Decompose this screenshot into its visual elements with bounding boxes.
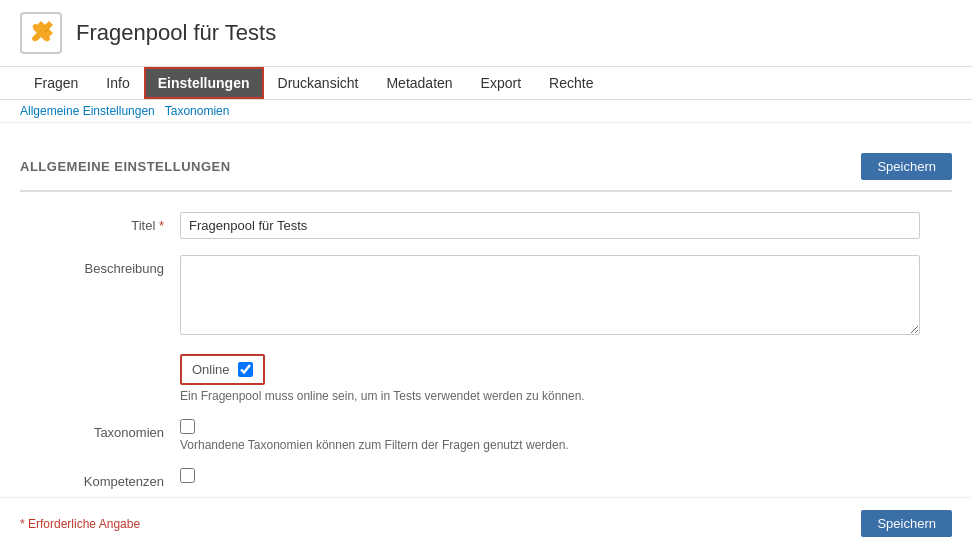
tab-rechte[interactable]: Rechte — [535, 67, 607, 99]
beschreibung-row: Beschreibung — [20, 255, 920, 338]
titel-row: Titel * — [20, 212, 920, 239]
app-logo — [20, 12, 62, 54]
kompetenzen-label: Kompetenzen — [20, 468, 180, 489]
subnav-allgemeine-einstellungen[interactable]: Allgemeine Einstellungen — [20, 104, 155, 118]
taxonomien-row: Taxonomien Vorhandene Taxonomien können … — [20, 419, 920, 452]
tab-export[interactable]: Export — [467, 67, 535, 99]
subnav-taxonomien[interactable]: Taxonomien — [165, 104, 230, 118]
save-button-top[interactable]: Speichern — [861, 153, 952, 180]
main-content: ALLGEMEINE EINSTELLUNGEN Speichern Titel… — [0, 123, 972, 525]
taxonomien-label: Taxonomien — [20, 419, 180, 440]
page-title: Fragenpool für Tests — [76, 20, 276, 46]
online-highlighted-box: Online — [180, 354, 265, 385]
online-checkbox[interactable] — [238, 362, 253, 377]
tab-fragen[interactable]: Fragen — [20, 67, 92, 99]
section-title: ALLGEMEINE EINSTELLUNGEN — [20, 159, 231, 174]
main-nav: Fragen Info Einstellungen Druckansicht M… — [0, 67, 972, 100]
footer: * Erforderliche Angabe Speichern — [0, 497, 972, 525]
sub-nav: Allgemeine Einstellungen Taxonomien — [0, 100, 972, 123]
titel-label: Titel * — [20, 212, 180, 233]
beschreibung-label: Beschreibung — [20, 255, 180, 276]
taxonomien-hint: Vorhandene Taxonomien können zum Filtern… — [180, 438, 920, 452]
online-label: Online — [192, 362, 230, 377]
required-note: * Erforderliche Angabe — [20, 517, 140, 526]
tab-metadaten[interactable]: Metadaten — [372, 67, 466, 99]
kompetenzen-checkbox[interactable] — [180, 468, 195, 483]
titel-input[interactable] — [180, 212, 920, 239]
titel-required: * — [159, 218, 164, 233]
settings-form: Titel * Beschreibung Online Ein Fragenpo — [20, 212, 920, 489]
beschreibung-textarea[interactable] — [180, 255, 920, 335]
online-hint: Ein Fragenpool muss online sein, um in T… — [180, 389, 920, 403]
tab-info[interactable]: Info — [92, 67, 143, 99]
tab-einstellungen[interactable]: Einstellungen — [144, 67, 264, 99]
taxonomien-checkbox[interactable] — [180, 419, 195, 434]
save-button-bottom[interactable]: Speichern — [861, 510, 952, 525]
section-header: ALLGEMEINE EINSTELLUNGEN Speichern — [20, 143, 952, 192]
tab-druckansicht[interactable]: Druckansicht — [264, 67, 373, 99]
page-header: Fragenpool für Tests — [0, 0, 972, 67]
kompetenzen-row: Kompetenzen — [20, 468, 920, 489]
online-row: Online Ein Fragenpool muss online sein, … — [20, 354, 920, 403]
